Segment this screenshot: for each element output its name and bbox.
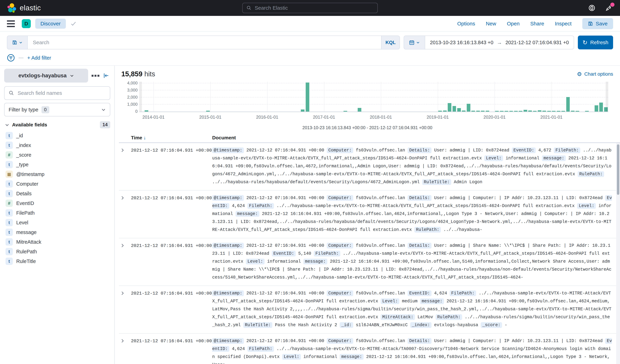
scrollbar-track[interactable]	[616, 143, 620, 364]
histogram-bar	[557, 111, 560, 112]
global-search-placeholder: Search Elastic	[255, 5, 288, 11]
histogram-bar	[343, 111, 347, 112]
field-label: FilePath	[16, 210, 34, 216]
y-axis-tick-label: 0	[122, 109, 138, 114]
global-header: elastic Search Elastic	[0, 0, 620, 16]
histogram-bar	[486, 111, 489, 112]
field-item-_type[interactable]: t_type	[4, 160, 110, 169]
field-item-_id[interactable]: t_id	[4, 131, 110, 140]
expand-row-button[interactable]	[119, 194, 131, 201]
field-name-chip: Level:	[577, 203, 596, 209]
field-item-_index[interactable]: t_index	[4, 140, 110, 150]
field-item-rulepath[interactable]: tRulePath	[4, 247, 110, 256]
available-fields-label: Available fields	[12, 122, 47, 128]
histogram-bar	[519, 111, 522, 112]
space-avatar[interactable]: D	[22, 19, 31, 28]
x-gridline	[381, 82, 381, 112]
field-item-level[interactable]: tLevel	[4, 218, 110, 227]
query-input-placeholder: Search	[33, 40, 49, 45]
document-cell: @timestamp: 2021-12-12 07:16:04.931 +00:…	[212, 289, 620, 329]
string-field-type-icon: t	[5, 209, 13, 217]
field-item-details[interactable]: tDetails	[4, 189, 110, 198]
query-input[interactable]: Search	[28, 36, 381, 49]
field-item-mitreattack[interactable]: tMitreAttack	[4, 237, 110, 247]
expand-row-button[interactable]	[119, 146, 131, 153]
field-name-chip: Details:	[408, 147, 432, 153]
add-filter-button[interactable]: + Add filter	[27, 55, 51, 61]
date-range-start[interactable]: 2013-10-23 16:16:13.843 +0	[430, 40, 493, 45]
histogram-bar	[462, 111, 465, 112]
field-item-message[interactable]: tmessage	[4, 227, 110, 237]
calendar-icon	[409, 40, 415, 45]
new-button[interactable]: New	[486, 21, 496, 27]
x-axis-tick-label: 2021-01-01	[540, 115, 562, 120]
date-range-end[interactable]: 2021-12-12 07:16:04.931 +0	[505, 40, 569, 45]
histogram-bar	[443, 111, 447, 112]
index-pattern-selector[interactable]: evtxlogs-hayabusa	[4, 69, 88, 83]
notification-dot	[610, 3, 615, 7]
documents-table: Time↓ Document 2021-12-12 07:16:04.931 +…	[119, 133, 620, 364]
partial-bucket-band	[606, 82, 608, 112]
x-gridline	[495, 82, 495, 112]
string-field-type-icon: t	[5, 248, 13, 255]
field-item-eventid[interactable]: #EventID	[4, 198, 110, 208]
available-fields-header[interactable]: Available fields 14	[4, 121, 110, 128]
histogram-bar	[452, 106, 456, 112]
histogram-bar	[547, 111, 551, 112]
check-icon	[70, 21, 77, 27]
chevron-down-icon	[416, 41, 420, 44]
string-field-type-icon: t	[5, 142, 13, 149]
field-search-input[interactable]: Search field names	[4, 86, 110, 100]
chevron-down-icon	[19, 41, 22, 44]
save-button[interactable]: Save	[582, 18, 613, 29]
y-axis-tick-label: 4,000	[122, 81, 138, 86]
newsfeed-icon[interactable]	[605, 4, 612, 12]
field-name-chip: RulePath:	[436, 314, 462, 320]
histogram-bar	[595, 105, 598, 112]
expand-row-button[interactable]	[119, 337, 131, 344]
field-label: @timestamp	[16, 172, 45, 177]
field-item-ruletitle[interactable]: tRuleTitle	[4, 256, 110, 266]
filter-by-type-select[interactable]: Filter by type 0	[4, 103, 110, 116]
global-search-input[interactable]: Search Elastic	[242, 3, 378, 13]
chart-options-button[interactable]: ⚙ Chart options	[577, 71, 613, 77]
share-button[interactable]: Share	[530, 21, 544, 27]
field-item-filepath[interactable]: tFilePath	[4, 208, 110, 218]
elastic-logo[interactable]: elastic	[7, 3, 41, 13]
chevron-right-icon	[120, 291, 125, 296]
date-quick-select-button[interactable]	[404, 36, 425, 49]
field-item-_score[interactable]: #_score	[4, 150, 110, 160]
field-name-chip: FilePath:	[554, 147, 580, 153]
hits-count: 15,859 hits	[121, 70, 155, 78]
open-button[interactable]: Open	[507, 21, 519, 27]
field-item-timestamp[interactable]: ▦@timestamp	[4, 169, 110, 179]
field-settings-icon[interactable]	[92, 75, 99, 77]
document-cell: @timestamp: 2021-12-12 07:16:04.931 +00:…	[212, 146, 620, 186]
histogram-plot[interactable]: 01,0002,0003,0004,0002014-01-012015-01-0…	[139, 82, 608, 112]
filter-menu-icon[interactable]	[7, 54, 15, 62]
inspect-button[interactable]: Inspect	[555, 21, 572, 27]
x-axis-tick-label: 2014-01-01	[142, 115, 165, 120]
field-name-chip: message:	[420, 298, 444, 304]
time-column-header[interactable]: Time↓	[131, 135, 212, 141]
field-name-chip: Details:	[408, 195, 432, 201]
field-name-chip: Computer:	[327, 195, 353, 201]
hits-number: 15,859	[121, 70, 142, 78]
saved-query-menu-button[interactable]	[7, 36, 28, 49]
options-button[interactable]: Options	[457, 21, 475, 27]
y-gridline	[139, 97, 608, 97]
scrollbar-thumb[interactable]	[617, 144, 619, 195]
refresh-button[interactable]: ↻ Refresh	[578, 36, 613, 49]
menu-icon[interactable]	[7, 20, 15, 27]
expand-row-button[interactable]	[119, 289, 131, 296]
query-language-button[interactable]: KQL	[381, 36, 400, 49]
collapse-sidebar-icon[interactable]	[103, 72, 109, 79]
hits-label: hits	[144, 70, 155, 78]
help-icon[interactable]	[588, 4, 595, 12]
expand-row-button[interactable]	[119, 242, 131, 249]
breadcrumb[interactable]: Discover	[35, 19, 66, 29]
document-cell: @timestamp: 2021-12-12 07:16:04.931 +00:…	[212, 242, 620, 281]
y-gridline	[139, 83, 608, 83]
field-item-computer[interactable]: tComputer	[4, 179, 110, 189]
document-cell: @timestamp: 2021-12-12 07:16:04.931 +00:…	[212, 194, 620, 234]
